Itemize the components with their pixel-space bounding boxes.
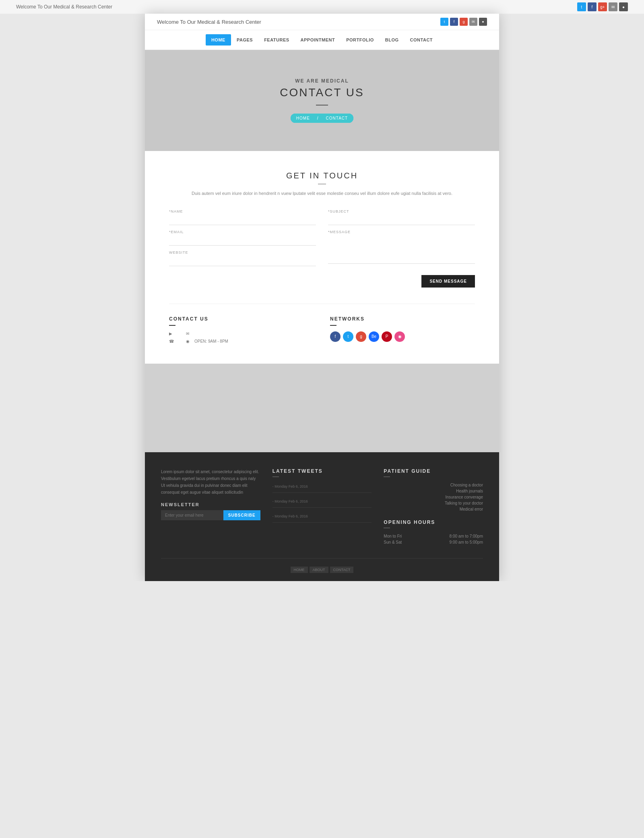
footer-tweets: - Monday Feb 6, 2016 - Monday Feb 6, 201… xyxy=(272,483,372,523)
tweets-underline xyxy=(272,476,279,477)
newsletter-input[interactable] xyxy=(161,510,223,520)
guide-link-2[interactable]: Health journals xyxy=(384,489,483,493)
nav-appointment[interactable]: APPOINTMENT xyxy=(295,34,341,46)
message-input[interactable] xyxy=(328,236,475,264)
top-rss-icon[interactable]: ✉ xyxy=(609,2,617,11)
networks-col: NETWORKS f t g Be P ◉ xyxy=(330,316,475,343)
opening-hours-heading: OPENING HOURS xyxy=(384,519,483,525)
footer-bottom: HOME ABOUT CONTACT xyxy=(161,558,483,573)
nav-contact[interactable]: CONTACT xyxy=(405,34,438,46)
tweets-heading: LATEST TWEETS xyxy=(272,468,372,474)
top-twitter-icon[interactable]: t xyxy=(577,2,586,11)
tweet-3-date: - Monday Feb 6, 2016 xyxy=(272,514,372,518)
name-label: *NAME xyxy=(169,209,316,213)
breadcrumb-current: CONTACT xyxy=(320,114,354,123)
email-label: *EMAIL xyxy=(169,230,316,234)
footer-bottom-link-3[interactable]: CONTACT xyxy=(330,567,354,573)
nav-pages[interactable]: PAGES xyxy=(231,34,258,46)
hero-section: WE ARE MEDICAL CONTACT US HOME / CONTACT xyxy=(145,50,499,151)
footer-guide-col: PATIENT GUIDE Choosing a doctor Health j… xyxy=(384,468,483,546)
phone-icon-row: ☎ xyxy=(169,339,174,343)
nav-portfolio[interactable]: PORTFOLIO xyxy=(341,34,380,46)
network-google-icon[interactable]: g xyxy=(356,331,366,342)
nav-features[interactable]: FEATURES xyxy=(258,34,295,46)
subject-field: *SUBJECT xyxy=(328,209,475,225)
message-field: *MESSAGE xyxy=(328,230,475,266)
email-icon-row: ✉ xyxy=(186,331,228,336)
hour-row-2: Sun & Sat 9:00 am to 5:00pm xyxy=(384,540,483,544)
hour-days-2: Sun & Sat xyxy=(384,540,402,544)
page-wrapper: Welcome To Our Medical & Research Center… xyxy=(145,14,499,581)
breadcrumb-sep: / xyxy=(316,114,320,123)
send-message-button[interactable]: SEND MESSAGE xyxy=(421,275,475,288)
open-hours: OPEN: 9AM - 8PM xyxy=(194,339,228,343)
network-icons: f t g Be P ◉ xyxy=(330,331,475,342)
nav-blog[interactable]: BLOG xyxy=(380,34,405,46)
footer-tweets-col: LATEST TWEETS - Monday Feb 6, 2016 - Mon… xyxy=(272,468,372,546)
header-facebook-icon[interactable]: f xyxy=(450,18,458,26)
clock-icon: ◉ xyxy=(186,339,190,343)
section-desc: Duis autem vel eum iriure dolor in hendr… xyxy=(169,190,475,197)
footer-hours: Mon to Fri 8:00 am to 7:00pm Sun & Sat 9… xyxy=(384,534,483,544)
name-field: *NAME xyxy=(169,209,316,225)
footer-bottom-link-1[interactable]: HOME xyxy=(291,567,308,573)
website-input[interactable] xyxy=(169,256,316,266)
envelope-icon: ✉ xyxy=(186,331,189,336)
section-divider xyxy=(318,184,326,184)
contact-items: ▶ ☎ ✉ ◉ OPEN: 9AM - 8PM xyxy=(169,331,314,343)
main-nav: HOME PAGES FEATURES APPOINTMENT PORTFOLI… xyxy=(145,30,499,50)
nav-home[interactable]: HOME xyxy=(206,34,231,46)
footer-about-text: Lorem ipsum dolor sit amet, consectetur … xyxy=(161,468,260,496)
guide-link-1[interactable]: Choosing a doctor xyxy=(384,483,483,487)
breadcrumb-home[interactable]: HOME xyxy=(291,114,316,123)
top-social: t f g+ ✉ ● xyxy=(577,2,628,11)
network-pinterest-icon[interactable]: P xyxy=(382,331,392,342)
name-input[interactable] xyxy=(169,215,316,225)
form-submit-row: SEND MESSAGE xyxy=(328,275,475,288)
header-extra-icon[interactable]: ● xyxy=(479,18,487,26)
tweet-2-date: - Monday Feb 6, 2016 xyxy=(272,499,372,503)
gray-section xyxy=(145,364,499,452)
contact-item-left: ▶ ☎ xyxy=(169,331,174,343)
footer-bottom-link-2[interactable]: ABOUT xyxy=(310,567,328,573)
guide-link-3[interactable]: Insurance converage xyxy=(384,495,483,499)
site-header: Welcome To Our Medical & Research Center… xyxy=(145,14,499,30)
tweet-1: - Monday Feb 6, 2016 xyxy=(272,483,372,493)
network-facebook-icon[interactable]: f xyxy=(330,331,341,342)
network-twitter-icon[interactable]: t xyxy=(343,331,353,342)
header-google-icon[interactable]: g xyxy=(460,18,468,26)
guide-link-4[interactable]: Talking to your doctor xyxy=(384,501,483,505)
guide-link-5[interactable]: Medical error xyxy=(384,507,483,511)
hero-title: CONTACT US xyxy=(157,86,487,99)
website-field: WEBSITE xyxy=(169,250,316,266)
header-mail-icon[interactable]: ✉ xyxy=(469,18,477,26)
site-footer: Lorem ipsum dolor sit amet, consectetur … xyxy=(145,452,499,581)
website-label: WEBSITE xyxy=(169,250,316,255)
hour-time-2: 9:00 am to 5:00pm xyxy=(450,540,483,544)
hours-underline xyxy=(384,528,390,528)
subscribe-button[interactable]: SUBSCRIBE xyxy=(223,510,260,520)
contact-item-right: ✉ ◉ OPEN: 9AM - 8PM xyxy=(186,331,228,343)
newsletter-form: SUBSCRIBE xyxy=(161,510,260,520)
contact-us-col: CONTACT US ▶ ☎ ✉ xyxy=(169,316,314,343)
top-bar: Welcome To Our Medical & Research Center… xyxy=(0,0,644,14)
hour-row-1: Mon to Fri 8:00 am to 7:00pm xyxy=(384,534,483,538)
subject-label: *SUBJECT xyxy=(328,209,475,213)
map-icon-row: ▶ xyxy=(169,331,174,336)
tweet-3: - Monday Feb 6, 2016 xyxy=(272,513,372,523)
site-logo: Welcome To Our Medical & Research Center xyxy=(157,19,261,25)
footer-bottom-links: HOME ABOUT CONTACT xyxy=(161,567,483,573)
subject-input[interactable] xyxy=(328,215,475,225)
hour-time-1: 8:00 am to 7:00pm xyxy=(450,534,483,538)
email-input[interactable] xyxy=(169,236,316,246)
section-title: GET IN TOUCH xyxy=(169,171,475,180)
top-google-icon[interactable]: g+ xyxy=(598,2,607,11)
header-twitter-icon[interactable]: t xyxy=(440,18,448,26)
top-extra-icon[interactable]: ● xyxy=(619,2,628,11)
patient-guide-links: Choosing a doctor Health journals Insura… xyxy=(384,483,483,511)
network-dribbble-icon[interactable]: ◉ xyxy=(394,331,405,342)
network-be-icon[interactable]: Be xyxy=(369,331,379,342)
top-facebook-icon[interactable]: f xyxy=(588,2,597,11)
hero-breadcrumb: HOME / CONTACT xyxy=(291,114,353,123)
email-field: *EMAIL xyxy=(169,230,316,246)
